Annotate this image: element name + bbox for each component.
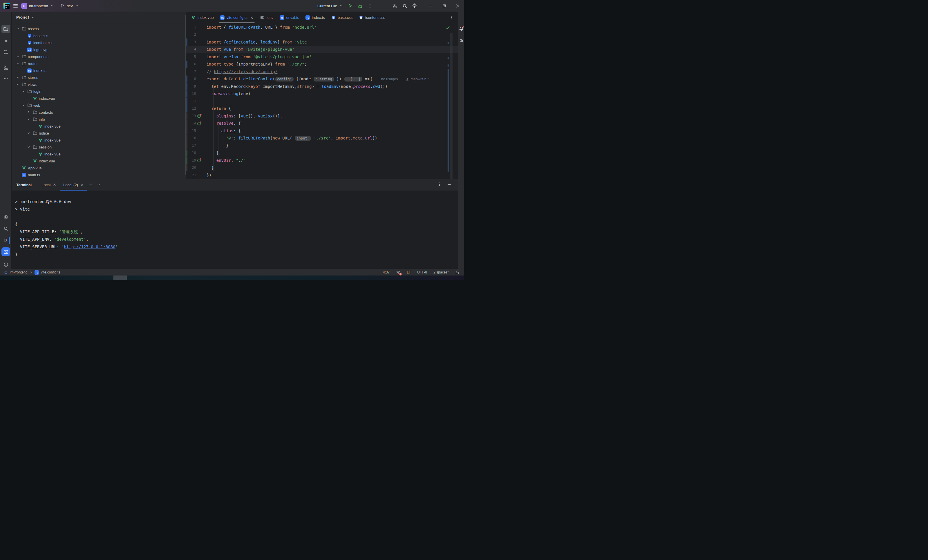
code-line-14[interactable]: 14 resolve: {	[186, 120, 458, 127]
readonly-toggle[interactable]	[455, 270, 459, 275]
chevron-down-icon[interactable]	[15, 55, 20, 58]
tree-item-components[interactable]: components	[12, 53, 186, 60]
main-menu-button[interactable]	[13, 3, 18, 8]
settings-button[interactable]	[410, 2, 420, 10]
tree-item-login[interactable]: login	[12, 88, 186, 95]
toolwindow-pull-requests-button[interactable]	[2, 47, 10, 56]
code-vision[interactable]: no usagesmeowrain *	[381, 77, 429, 81]
chevron-down-icon[interactable]	[15, 76, 20, 79]
toolwindow-find-button[interactable]	[2, 224, 10, 233]
chevron-right-icon[interactable]	[26, 110, 31, 114]
toolwindow-services-button[interactable]	[2, 212, 10, 221]
tree-item-assets[interactable]: assets	[12, 25, 186, 32]
tree-item-index-vue[interactable]: index.vue	[12, 157, 186, 165]
chevron-down-icon[interactable]	[21, 104, 26, 107]
tab-index-ts[interactable]: TSindex.ts	[302, 12, 328, 23]
close-icon[interactable]	[80, 183, 84, 186]
code-line-7[interactable]: 7// https://vitejs.dev/config/	[186, 68, 458, 75]
vue-status-widget[interactable]: !	[396, 270, 400, 275]
chevron-down-icon[interactable]	[26, 145, 31, 149]
line-separator-widget[interactable]: LF	[407, 270, 411, 274]
chevron-down-icon[interactable]	[15, 27, 20, 31]
tree-item-stores[interactable]: stores	[12, 74, 186, 81]
code-line-10[interactable]: 10 console.log(env)	[186, 90, 458, 98]
new-terminal-session-button[interactable]	[87, 179, 95, 191]
chevron-down-icon[interactable]	[26, 131, 31, 135]
tree-item-session[interactable]: session	[12, 143, 186, 151]
toolwindow-project-button[interactable]	[2, 24, 10, 34]
code-line-20[interactable]: 20 }	[186, 164, 458, 172]
code-line-12[interactable]: 12 return {	[186, 105, 458, 113]
tree-item-contacts[interactable]: contacts	[12, 109, 186, 116]
chevron-down-icon[interactable]	[26, 117, 31, 121]
notifications-button[interactable]	[458, 25, 464, 34]
vcs-widget[interactable]: dev	[60, 3, 79, 8]
run-button[interactable]	[345, 2, 355, 10]
tab-base-css[interactable]: base.css	[328, 12, 356, 23]
toolwindow-problems-button[interactable]	[2, 260, 10, 269]
code-with-me-button[interactable]	[390, 2, 400, 10]
tree-item-index-vue[interactable]: index.vue	[12, 137, 186, 143]
toolwindow-terminal-button[interactable]	[2, 247, 10, 256]
tree-item-views[interactable]: views	[12, 81, 186, 88]
gutter-commit-icon[interactable]	[196, 113, 203, 119]
project-panel-header[interactable]: Project	[12, 12, 186, 23]
code-line-1[interactable]: 1import { fileURLToPath, URL } from 'nod…	[186, 23, 458, 31]
code-line-15[interactable]: 15 alias: {	[186, 127, 458, 134]
terminal-hide-button[interactable]	[447, 182, 451, 187]
debug-button[interactable]	[355, 2, 365, 10]
encoding-widget[interactable]: UTF-8	[417, 270, 427, 274]
tab-index-vue[interactable]: index.vue	[188, 12, 217, 23]
code-editor[interactable]: 1import { fileURLToPath, URL } from 'nod…	[186, 23, 458, 179]
tree-item-index-ts[interactable]: TSindex.ts	[12, 67, 186, 74]
terminal-tab-local[interactable]: Local	[38, 179, 60, 191]
tree-item-router[interactable]: router	[12, 60, 186, 67]
terminal-options-button[interactable]	[438, 182, 442, 187]
tree-item-iconfont-css[interactable]: iconfont.css	[12, 39, 186, 46]
editor-scrollbar[interactable]	[450, 34, 453, 179]
tree-item-info[interactable]: info	[12, 116, 186, 123]
chevron-down-icon[interactable]	[15, 82, 20, 86]
chevron-down-icon[interactable]	[15, 62, 20, 65]
more-toolwindows-button[interactable]	[2, 74, 10, 83]
ai-assistant-button[interactable]	[458, 36, 464, 45]
tree-item-app-vue[interactable]: App.vue	[12, 165, 186, 171]
code-line-13[interactable]: 13 plugins: [vue(), vueJsx()],	[186, 112, 458, 120]
code-line-16[interactable]: 16 '@': fileURLToPath(new URL( input: '.…	[186, 134, 458, 142]
code-line-8[interactable]: 8export default defineConfig(config: ({m…	[186, 75, 458, 83]
close-icon[interactable]	[250, 16, 253, 20]
tree-item-logo-svg[interactable]: logo.svg	[12, 46, 186, 53]
run-configuration-selector[interactable]: Current File	[317, 4, 343, 8]
chevron-down-icon[interactable]	[21, 90, 26, 93]
gutter-commit-icon[interactable]	[196, 157, 203, 163]
caret-position-widget[interactable]: 4:37	[383, 270, 389, 274]
toolwindow-commit-button[interactable]	[2, 37, 10, 45]
minimize-button[interactable]	[424, 0, 438, 12]
code-line-2[interactable]: 2	[186, 31, 458, 38]
terminal-session-dropdown[interactable]	[95, 179, 102, 191]
tree-item-web[interactable]: web	[12, 102, 186, 109]
tab-iconfont-css[interactable]: iconfont.css	[356, 12, 388, 23]
tree-item-main-ts[interactable]: TSmain.ts	[12, 171, 186, 179]
tab-options-button[interactable]	[449, 12, 454, 23]
terminal-output[interactable]: > im-frontend@0.0.0 dev> vite{ VITE_APP_…	[12, 191, 458, 259]
code-line-5[interactable]: 5import vueJsx from '@vitejs/plugin-vue-…	[186, 53, 458, 61]
code-line-18[interactable]: 18 },	[186, 150, 458, 157]
toolwindow-structure-button[interactable]	[2, 63, 10, 72]
code-line-19[interactable]: 19 envDir: "./"	[186, 157, 458, 164]
close-icon[interactable]	[53, 183, 56, 186]
restore-button[interactable]	[438, 0, 451, 12]
tree-item-base-css[interactable]: base.css	[12, 32, 186, 39]
breadcrumb-file[interactable]: vite.config.ts	[41, 270, 60, 274]
code-line-11[interactable]: 11	[186, 98, 458, 105]
indent-widget[interactable]: 2 spaces*	[433, 270, 449, 274]
code-line-3[interactable]: 3import {defineConfig, loadEnv} from 'vi…	[186, 38, 458, 46]
code-line-9[interactable]: 9 let env:Record<keyof ImportMetaEnv,str…	[186, 82, 458, 90]
project-widget[interactable]: IF im-frontend	[21, 3, 54, 9]
code-line-17[interactable]: 17 }	[186, 142, 458, 150]
code-line-21[interactable]: 21})	[186, 171, 458, 179]
close-button[interactable]	[451, 0, 464, 12]
tab-env-d-ts[interactable]: TSenv.d.ts	[277, 12, 302, 23]
tab--env[interactable]: .env	[257, 12, 277, 23]
gutter-commit-icon[interactable]	[196, 121, 203, 126]
